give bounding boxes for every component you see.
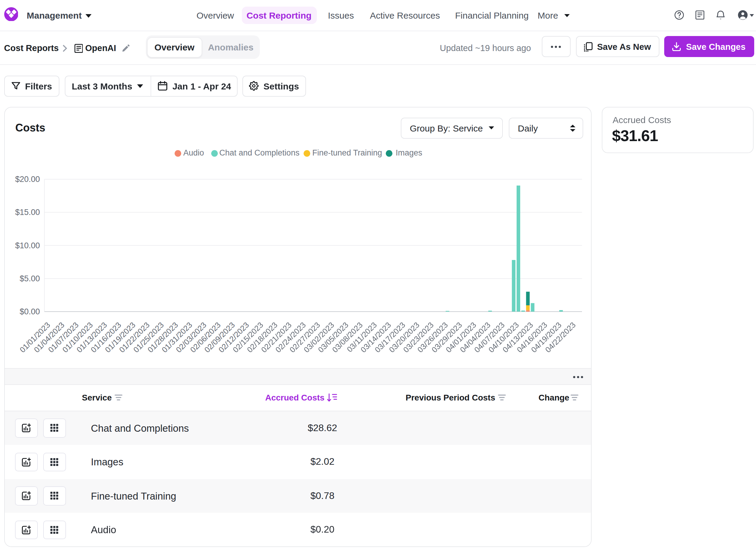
svg-text:$10.00: $10.00	[15, 241, 40, 250]
svg-text:$15.00: $15.00	[15, 208, 40, 217]
svg-text:$5.00: $5.00	[19, 274, 40, 283]
svg-text:$0.00: $0.00	[19, 307, 40, 316]
svg-text:$20.00: $20.00	[15, 175, 40, 184]
